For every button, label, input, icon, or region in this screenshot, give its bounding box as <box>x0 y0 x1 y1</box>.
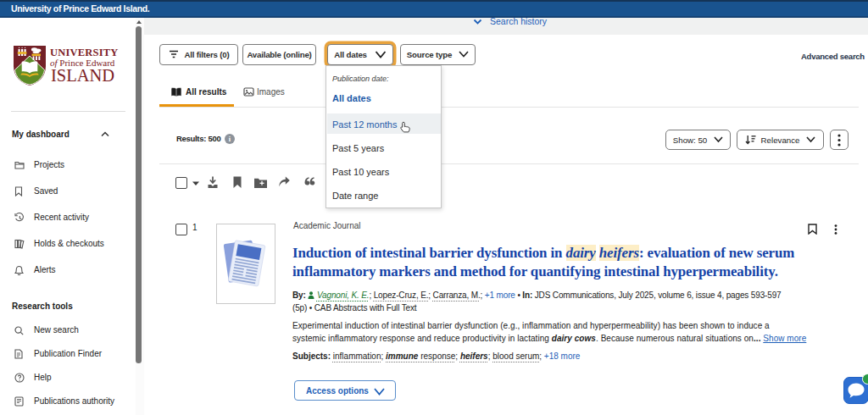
svg-text:ISLAND: ISLAND <box>51 66 114 85</box>
